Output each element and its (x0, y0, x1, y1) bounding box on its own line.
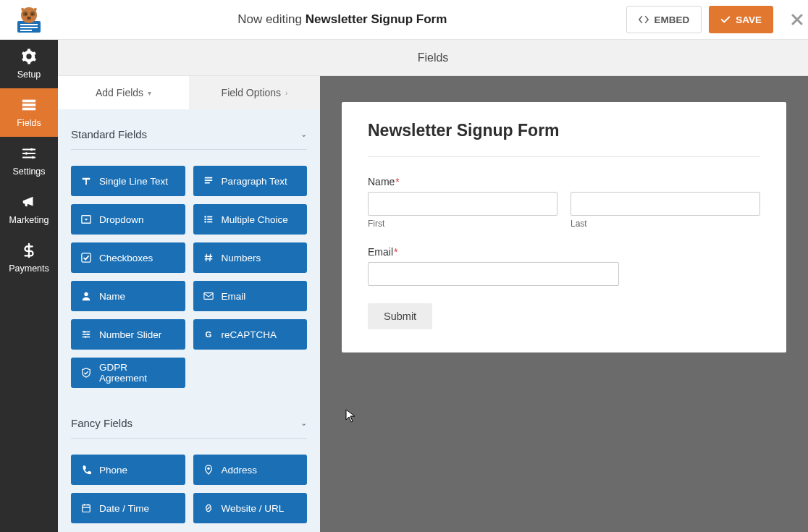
svg-point-15 (32, 156, 35, 159)
embed-label: EMBED (654, 14, 689, 25)
tab-label: Field Options (222, 87, 281, 98)
save-label: SAVE (736, 14, 762, 25)
svg-rect-11 (22, 104, 35, 106)
close-icon (791, 14, 803, 25)
nav-settings[interactable]: Settings (0, 137, 58, 185)
caret-icon (81, 214, 91, 224)
builder-title: Fields (58, 40, 808, 76)
field-button-label: Name (99, 291, 125, 302)
nav-fields[interactable]: Fields (0, 88, 58, 137)
field-button-label: Checkboxes (99, 253, 153, 263)
svg-point-13 (30, 148, 33, 151)
builder-body: Add Fields ▾ Field Options › Standard Fi… (58, 76, 808, 532)
field-button-recaptcha[interactable]: GreCAPTCHA (193, 319, 308, 350)
embed-button[interactable]: EMBED (626, 6, 702, 33)
section-standard-fields[interactable]: Standard Fields ⌄ (71, 109, 307, 150)
nav-setup[interactable]: Setup (0, 40, 58, 88)
section-title: Fancy Fields (71, 417, 132, 429)
nav-marketing[interactable]: Marketing (0, 185, 58, 234)
nav-payments[interactable]: Payments (0, 234, 58, 282)
fields-panel: Add Fields ▾ Field Options › Standard Fi… (58, 76, 320, 532)
section-fancy-fields[interactable]: Fancy Fields ⌄ (71, 398, 307, 439)
check-icon (81, 253, 91, 263)
svg-text:G: G (205, 330, 211, 339)
gear-icon (21, 48, 37, 64)
tab-field-options[interactable]: Field Options › (189, 76, 320, 109)
svg-point-9 (27, 17, 31, 20)
svg-point-21 (204, 221, 206, 223)
field-button-paragraph-text[interactable]: Paragraph Text (193, 166, 308, 196)
para-icon (203, 176, 214, 186)
form-preview: Newsletter Signup Form Name* First Last (320, 76, 808, 532)
field-button-phone[interactable]: Phone (71, 455, 185, 485)
email-input[interactable] (368, 262, 619, 286)
close-button[interactable] (786, 0, 808, 40)
builder-area: Fields Add Fields ▾ Field Options › Stan… (58, 40, 808, 532)
link-icon (203, 503, 214, 513)
cal-icon (81, 503, 91, 513)
panel-scroll[interactable]: Standard Fields ⌄ Single Line TextParagr… (58, 109, 320, 532)
field-button-single-line-text[interactable]: Single Line Text (71, 166, 185, 196)
tab-add-fields[interactable]: Add Fields ▾ (58, 76, 189, 109)
svg-point-8 (31, 13, 33, 15)
svg-point-27 (87, 334, 89, 336)
save-button[interactable]: SAVE (709, 6, 773, 33)
field-button-label: Dropdown (99, 214, 144, 225)
svg-point-24 (84, 292, 88, 296)
svg-point-28 (85, 336, 87, 338)
dollar-icon (21, 242, 37, 258)
field-button-label: Phone (99, 465, 127, 476)
field-button-label: Numbers (222, 253, 261, 263)
bullhorn-icon (21, 194, 37, 210)
logo[interactable] (0, 0, 58, 40)
sub-label-first: First (368, 219, 557, 229)
g-icon: G (203, 329, 214, 339)
list-icon (203, 214, 214, 224)
sliders-icon (81, 329, 91, 339)
field-button-email[interactable]: Email (193, 281, 308, 311)
list-icon (21, 97, 37, 113)
chevron-right-icon: › (285, 89, 287, 97)
field-button-numbers[interactable]: Numbers (193, 242, 308, 273)
svg-rect-10 (22, 100, 35, 103)
field-button-name[interactable]: Name (71, 281, 185, 311)
svg-rect-3 (20, 30, 32, 31)
field-button-label: Multiple Choice (222, 214, 288, 225)
editing-prefix: Now editing (237, 12, 306, 26)
field-button-label: Date / Time (99, 503, 149, 514)
form-card[interactable]: Newsletter Signup Form Name* First Last (342, 102, 786, 352)
submit-button[interactable]: Submit (368, 303, 432, 329)
svg-rect-22 (207, 221, 212, 223)
field-button-number-slider[interactable]: Number Slider (71, 319, 185, 350)
chevron-down-icon: ⌄ (300, 130, 307, 139)
field-button-gdpr-agreement[interactable]: GDPR Agreement (71, 358, 185, 388)
field-button-label: Number Slider (99, 329, 161, 340)
form-name: Newsletter Signup Form (306, 12, 447, 26)
field-button-checkboxes[interactable]: Checkboxes (71, 242, 185, 273)
field-button-date-time[interactable]: Date / Time (71, 493, 185, 523)
form-title: Newsletter Signup Form (368, 121, 760, 157)
phone-icon (81, 465, 91, 475)
first-name-input[interactable] (368, 192, 557, 216)
field-button-label: Address (222, 465, 258, 476)
field-button-website-url[interactable]: Website / URL (193, 493, 308, 523)
required-asterisk: * (394, 246, 397, 258)
chevron-down-icon: ▾ (148, 89, 151, 97)
workspace: Setup Fields Settings Marketing Payments… (0, 40, 808, 532)
wpforms-logo-icon (12, 5, 46, 34)
field-button-multiple-choice[interactable]: Multiple Choice (193, 204, 308, 235)
svg-point-26 (83, 331, 85, 333)
check-icon (720, 14, 731, 25)
required-asterisk: * (395, 176, 399, 187)
last-name-input[interactable] (571, 192, 760, 216)
svg-point-7 (25, 13, 27, 15)
hash-icon (203, 253, 214, 263)
chevron-down-icon: ⌄ (300, 418, 307, 428)
field-email: Email* (368, 246, 760, 286)
svg-rect-31 (83, 505, 91, 512)
field-label: Email* (368, 246, 760, 258)
top-bar: Now editing Newsletter Signup Form EMBED… (0, 0, 808, 40)
field-button-dropdown[interactable]: Dropdown (71, 204, 185, 235)
field-button-address[interactable]: Address (193, 455, 308, 485)
top-actions: EMBED SAVE (626, 6, 786, 33)
